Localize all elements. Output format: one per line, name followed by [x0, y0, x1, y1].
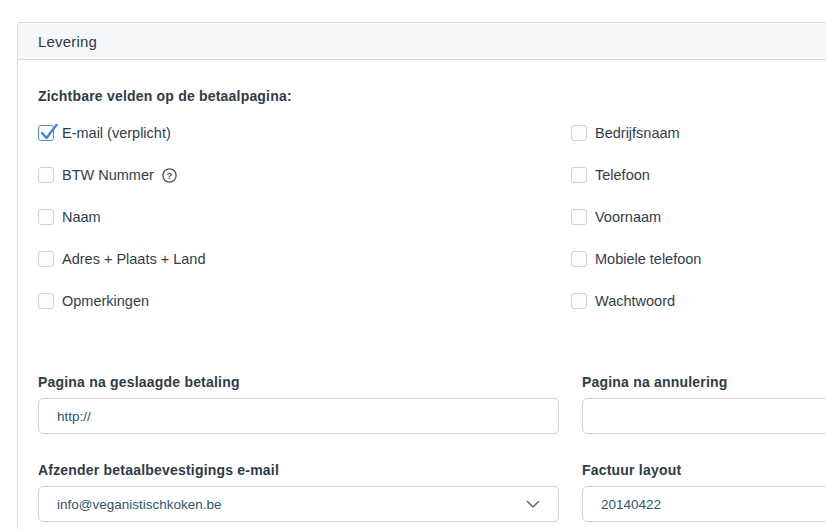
success-page-input[interactable]	[38, 398, 559, 434]
checkbox-grid: E-mail (verplicht) Bedrijfsnaam BTW Numm…	[38, 124, 826, 334]
checkbox-voornaam[interactable]	[571, 209, 587, 225]
field-cancel-page: Pagina na annulering	[582, 374, 826, 434]
visible-fields-label: Zichtbare velden op de betaalpagina:	[38, 88, 826, 104]
checkbox-adres[interactable]	[38, 251, 54, 267]
checkbox-label-naam[interactable]: Naam	[62, 208, 101, 226]
form-row-pages: Pagina na geslaagde betaling Pagina na a…	[38, 374, 826, 434]
checkbox-naam[interactable]	[38, 209, 54, 225]
form-row-email-layout: Afzender betaalbevestigings e-mail info@…	[38, 462, 826, 522]
checkbox-row-btw-nummer: BTW Nummer ?	[38, 166, 571, 184]
cancel-page-input[interactable]	[582, 398, 826, 434]
checkbox-row-opmerkingen: Opmerkingen	[38, 292, 571, 310]
svg-text:?: ?	[166, 169, 172, 180]
checkbox-label-adres[interactable]: Adres + Plaats + Land	[62, 250, 206, 268]
checkbox-mobiele-telefoon[interactable]	[571, 251, 587, 267]
checkbox-label-btw-nummer[interactable]: BTW Nummer	[62, 166, 154, 184]
chevron-down-icon	[526, 500, 540, 509]
checkbox-row-naam: Naam	[38, 208, 571, 226]
checkbox-telefoon[interactable]	[571, 167, 587, 183]
checkbox-opmerkingen[interactable]	[38, 293, 54, 309]
checkbox-email[interactable]	[38, 125, 54, 141]
success-page-label: Pagina na geslaagde betaling	[38, 374, 559, 390]
checkbox-row-email: E-mail (verplicht)	[38, 124, 571, 142]
panel-body: Zichtbare velden op de betaalpagina: E-m…	[18, 60, 826, 522]
spacer	[38, 334, 826, 374]
sender-email-select[interactable]: info@veganistischkoken.be	[38, 486, 559, 522]
cancel-page-label: Pagina na annulering	[582, 374, 826, 390]
checkbox-btw-nummer[interactable]	[38, 167, 54, 183]
checkbox-row-adres: Adres + Plaats + Land	[38, 250, 571, 268]
checkmark-icon	[40, 121, 59, 142]
checkbox-row-wachtwoord: Wachtwoord	[571, 292, 826, 310]
checkbox-wachtwoord[interactable]	[571, 293, 587, 309]
checkbox-label-opmerkingen[interactable]: Opmerkingen	[62, 292, 149, 310]
help-icon[interactable]: ?	[162, 168, 177, 183]
checkbox-label-telefoon[interactable]: Telefoon	[595, 166, 650, 184]
checkbox-row-telefoon: Telefoon	[571, 166, 826, 184]
checkbox-row-bedrijfsnaam: Bedrijfsnaam	[571, 124, 826, 142]
checkbox-label-mobiele-telefoon[interactable]: Mobiele telefoon	[595, 250, 701, 268]
checkbox-label-bedrijfsnaam[interactable]: Bedrijfsnaam	[595, 124, 680, 142]
panel-header: Levering	[18, 23, 826, 60]
field-success-page: Pagina na geslaagde betaling	[38, 374, 559, 434]
invoice-layout-input[interactable]	[582, 486, 826, 522]
checkbox-label-wachtwoord[interactable]: Wachtwoord	[595, 292, 675, 310]
levering-panel: Levering Zichtbare velden op de betaalpa…	[17, 22, 826, 529]
field-sender-email: Afzender betaalbevestigings e-mail info@…	[38, 462, 559, 522]
checkbox-row-voornaam: Voornaam	[571, 208, 826, 226]
sender-email-value: info@veganistischkoken.be	[57, 497, 222, 512]
checkbox-label-email[interactable]: E-mail (verplicht)	[62, 124, 171, 142]
invoice-layout-label: Factuur layout	[582, 462, 826, 478]
sender-email-label: Afzender betaalbevestigings e-mail	[38, 462, 559, 478]
checkbox-row-mobiele-telefoon: Mobiele telefoon	[571, 250, 826, 268]
checkbox-bedrijfsnaam[interactable]	[571, 125, 587, 141]
panel-title: Levering	[38, 33, 97, 50]
checkbox-label-voornaam[interactable]: Voornaam	[595, 208, 661, 226]
field-invoice-layout: Factuur layout	[582, 462, 826, 522]
